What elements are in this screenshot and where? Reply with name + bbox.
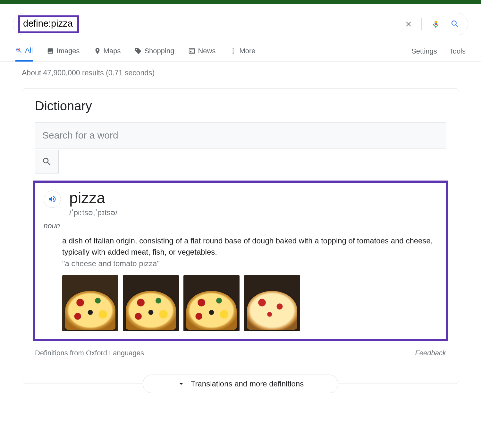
tab-news[interactable]: News bbox=[188, 42, 215, 61]
word: pizza bbox=[69, 189, 117, 207]
page-top-accent bbox=[0, 0, 481, 4]
tab-images-label: Images bbox=[56, 47, 80, 55]
svg-point-0 bbox=[17, 49, 19, 51]
dictionary-search-button[interactable] bbox=[35, 150, 59, 173]
result-image[interactable] bbox=[244, 275, 300, 331]
phonetic: /ˈpiːtsə,ˈpɪtsə/ bbox=[69, 208, 117, 217]
feedback-link[interactable]: Feedback bbox=[415, 349, 446, 357]
search-bar-container: define:pizza bbox=[0, 4, 481, 41]
clear-icon[interactable] bbox=[403, 19, 414, 29]
tab-images[interactable]: Images bbox=[47, 42, 80, 61]
svg-point-1 bbox=[233, 48, 234, 49]
settings-link[interactable]: Settings bbox=[411, 42, 437, 61]
tab-news-label: News bbox=[198, 47, 215, 55]
dictionary-search-placeholder: Search for a word bbox=[42, 130, 118, 141]
tab-maps[interactable]: Maps bbox=[94, 42, 121, 61]
tab-more[interactable]: More bbox=[230, 42, 255, 61]
svg-point-3 bbox=[233, 52, 234, 54]
definition-text: a dish of Italian origin, consisting of … bbox=[62, 235, 437, 258]
search-divider bbox=[421, 18, 422, 30]
example-text: "a cheese and tomato pizza" bbox=[62, 259, 437, 268]
search-bar[interactable]: define:pizza bbox=[13, 13, 468, 35]
search-query-text[interactable]: define:pizza bbox=[23, 18, 73, 29]
definition-highlight-box: pizza /ˈpiːtsə,ˈpɪtsə/ noun a dish of It… bbox=[33, 181, 448, 341]
tab-more-label: More bbox=[239, 47, 255, 55]
result-image[interactable] bbox=[123, 275, 179, 331]
tab-all-label: All bbox=[25, 46, 33, 55]
dictionary-title: Dictionary bbox=[35, 99, 446, 113]
result-image[interactable] bbox=[183, 275, 240, 331]
tab-shopping[interactable]: Shopping bbox=[135, 42, 174, 61]
pronounce-button[interactable] bbox=[44, 190, 61, 208]
voice-search-icon[interactable] bbox=[431, 19, 441, 29]
part-of-speech: noun bbox=[44, 222, 437, 230]
tab-all[interactable]: All bbox=[15, 41, 33, 62]
chevron-down-icon bbox=[177, 380, 185, 388]
svg-point-2 bbox=[233, 50, 234, 52]
tools-link[interactable]: Tools bbox=[449, 42, 466, 61]
definition-source[interactable]: Definitions from Oxford Languages bbox=[35, 349, 144, 357]
expand-definitions-button[interactable]: Translations and more definitions bbox=[143, 375, 338, 393]
query-highlight-box: define:pizza bbox=[18, 15, 79, 33]
result-image[interactable] bbox=[62, 275, 118, 331]
tab-shopping-label: Shopping bbox=[144, 47, 174, 55]
search-tabs: All Images Maps Shopping News More Setti… bbox=[0, 41, 481, 62]
dictionary-card: Dictionary Search for a word pizza /ˈpiː… bbox=[22, 88, 459, 384]
image-results-row bbox=[62, 275, 437, 331]
expand-label: Translations and more definitions bbox=[191, 379, 304, 388]
result-stats: About 47,900,000 results (0.71 seconds) bbox=[0, 62, 481, 82]
search-icon[interactable] bbox=[450, 19, 460, 29]
tab-maps-label: Maps bbox=[104, 47, 121, 55]
dictionary-search-input[interactable]: Search for a word bbox=[35, 122, 446, 148]
